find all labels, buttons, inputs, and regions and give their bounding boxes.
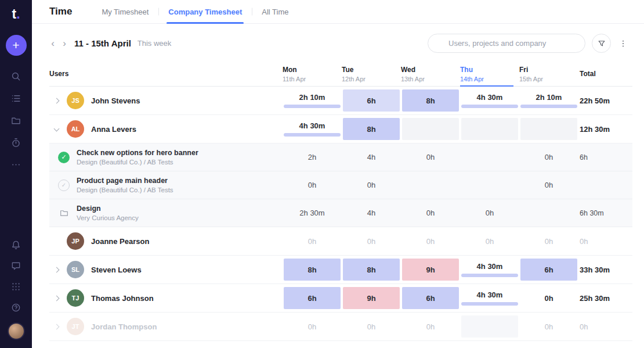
- tab-company-timesheet[interactable]: Company Timesheet: [158, 0, 252, 23]
- add-entry-button[interactable]: +: [6, 35, 27, 56]
- hours-cell[interactable]: 4h 30m: [460, 256, 519, 284]
- hours-cell[interactable]: 8h: [342, 256, 401, 284]
- hours-cell[interactable]: [401, 115, 460, 143]
- hours-cell[interactable]: 0h: [342, 227, 401, 255]
- hours-cell[interactable]: [401, 171, 460, 199]
- hours-cell[interactable]: 2h 10m: [283, 87, 342, 114]
- hours-cell[interactable]: 8h: [342, 115, 401, 143]
- more-options-button[interactable]: [613, 34, 632, 53]
- hours-cell[interactable]: 4h 30m: [460, 87, 519, 114]
- breakdown-row[interactable]: ✓Check new options for hero bannerDesign…: [49, 143, 632, 171]
- task-cell[interactable]: ✓Product page main headerDesign (Beautif…: [49, 171, 283, 199]
- day-name: Tue: [342, 66, 353, 74]
- hours-cell[interactable]: 8h: [283, 256, 342, 284]
- uncompleted-check-icon[interactable]: ✓: [58, 180, 70, 191]
- more-icon[interactable]: [11, 160, 21, 170]
- user-row[interactable]: JTJordan Thompson0h0h0h0h0h: [49, 313, 632, 341]
- hours-cell[interactable]: 0h: [283, 313, 342, 340]
- hours-cell[interactable]: 9h: [342, 284, 401, 312]
- notifications-icon[interactable]: [11, 240, 21, 250]
- expand-chevron-icon[interactable]: [52, 325, 61, 329]
- task-cell[interactable]: DesignVery Curious Agency: [49, 199, 283, 227]
- tab-my-timesheet[interactable]: My Timesheet: [92, 0, 158, 23]
- hours-cell[interactable]: [460, 143, 519, 171]
- hours-cell[interactable]: [460, 171, 519, 199]
- current-user-avatar[interactable]: [8, 322, 25, 340]
- task-cell[interactable]: ✓Check new options for hero bannerDesign…: [49, 143, 283, 171]
- expand-chevron-icon[interactable]: [52, 268, 61, 272]
- hours-cell[interactable]: 2h 30m: [283, 199, 342, 227]
- next-week-button[interactable]: ›: [59, 37, 70, 50]
- user-row[interactable]: ALAnna Levers4h 30m8h12h 30m: [49, 115, 632, 143]
- hours-cell[interactable]: 0h: [519, 284, 578, 312]
- hours-cell[interactable]: 0h: [460, 227, 519, 255]
- completed-check-icon[interactable]: ✓: [58, 152, 70, 163]
- user-row[interactable]: JSJohn Stevens2h 10m6h8h4h 30m2h 10m22h …: [49, 87, 632, 115]
- user-cell[interactable]: SLSteven Loews: [49, 256, 283, 284]
- column-header-thu[interactable]: Thu14th Apr: [460, 62, 519, 86]
- hours-cell[interactable]: 4h: [342, 199, 401, 227]
- user-cell[interactable]: JSJohn Stevens: [49, 87, 283, 114]
- search-icon[interactable]: [11, 71, 21, 81]
- help-icon[interactable]: [11, 303, 21, 313]
- hours-cell[interactable]: 4h 30m: [460, 284, 519, 312]
- user-row[interactable]: TJThomas Johnson6h9h6h4h 30m0h25h 30m: [49, 284, 632, 313]
- user-cell[interactable]: TJThomas Johnson: [49, 284, 283, 312]
- expand-chevron-icon[interactable]: [52, 99, 61, 103]
- column-header-tue[interactable]: Tue12th Apr: [342, 62, 401, 86]
- hours-cell[interactable]: 0h: [460, 199, 519, 227]
- user-cell[interactable]: ALAnna Levers: [49, 115, 283, 143]
- breakdown-row[interactable]: DesignVery Curious Agency2h 30m4h0h0h6h …: [49, 199, 632, 227]
- column-header-wed[interactable]: Wed13th Apr: [401, 62, 460, 86]
- expand-chevron-icon[interactable]: [52, 296, 61, 300]
- messages-icon[interactable]: [11, 261, 21, 271]
- hours-cell[interactable]: 2h: [283, 143, 342, 171]
- timesheet-icon[interactable]: [11, 94, 21, 103]
- user-avatar: SL: [67, 261, 84, 278]
- app-logo[interactable]: t.: [12, 8, 20, 21]
- tab-all-time[interactable]: All Time: [252, 0, 298, 23]
- projects-icon[interactable]: [11, 116, 21, 125]
- hours-cell[interactable]: 6h: [401, 284, 460, 312]
- hours-cell[interactable]: 0h: [401, 313, 460, 340]
- hours-cell[interactable]: 6h: [342, 87, 401, 114]
- hours-cell[interactable]: 6h: [519, 256, 578, 284]
- hours-cell[interactable]: 0h: [342, 313, 401, 340]
- filter-button[interactable]: [592, 34, 611, 53]
- hours-cell[interactable]: 4h: [342, 143, 401, 171]
- hours-cell[interactable]: 0h: [401, 199, 460, 227]
- breakdown-row[interactable]: ✓Product page main headerDesign (Beautif…: [49, 171, 632, 199]
- search-box[interactable]: [428, 34, 585, 53]
- hours-cell[interactable]: 0h: [401, 227, 460, 255]
- filter-icon: [598, 40, 606, 48]
- column-header-users: Users: [49, 62, 283, 86]
- column-header-mon[interactable]: Mon11th Apr: [283, 62, 342, 86]
- user-cell[interactable]: JPJoanne Pearson: [49, 227, 283, 255]
- hours-cell[interactable]: 0h: [401, 143, 460, 171]
- column-header-fri[interactable]: Fri15th Apr: [519, 62, 578, 86]
- hours-cell[interactable]: 0h: [519, 227, 578, 255]
- hours-cell[interactable]: [460, 115, 519, 143]
- prev-week-button[interactable]: ‹: [47, 37, 59, 50]
- user-cell[interactable]: JTJordan Thompson: [49, 313, 283, 340]
- hours-cell[interactable]: [460, 313, 519, 340]
- hours-cell[interactable]: 0h: [283, 171, 342, 199]
- timer-icon[interactable]: [11, 138, 21, 148]
- collapse-chevron-icon[interactable]: [52, 128, 61, 131]
- user-row[interactable]: SLSteven Loews8h8h9h4h 30m6h33h 30m: [49, 256, 632, 284]
- hours-cell[interactable]: 2h 10m: [519, 87, 578, 114]
- apps-icon[interactable]: [11, 282, 21, 292]
- search-input[interactable]: [448, 39, 577, 48]
- hours-cell[interactable]: 6h: [283, 284, 342, 312]
- hours-cell[interactable]: [519, 115, 578, 143]
- hours-cell[interactable]: 8h: [401, 87, 460, 114]
- hours-cell[interactable]: 4h 30m: [283, 115, 342, 143]
- hours-cell[interactable]: [519, 199, 578, 227]
- hours-cell[interactable]: 0h: [283, 227, 342, 255]
- hours-cell[interactable]: 0h: [519, 143, 578, 171]
- user-row[interactable]: JPJoanne Pearson0h0h0h0h0h0h: [49, 227, 632, 256]
- hours-cell[interactable]: 0h: [519, 171, 578, 199]
- hours-cell[interactable]: 9h: [401, 256, 460, 284]
- hours-cell[interactable]: 0h: [519, 313, 578, 340]
- hours-cell[interactable]: 0h: [342, 171, 401, 199]
